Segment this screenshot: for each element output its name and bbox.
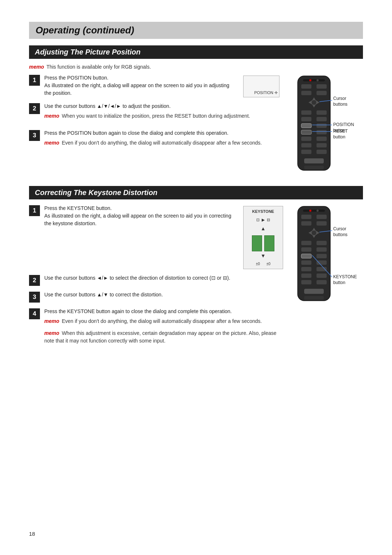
svg-rect-59 bbox=[304, 289, 324, 294]
svg-rect-38 bbox=[301, 221, 311, 226]
svg-rect-57 bbox=[301, 280, 311, 284]
svg-point-35 bbox=[317, 210, 319, 212]
svg-rect-1 bbox=[303, 79, 325, 81]
svg-rect-26 bbox=[317, 150, 327, 154]
svg-rect-45 bbox=[301, 241, 311, 245]
adjusting-section: Adjusting The Picture Position memo This… bbox=[29, 45, 363, 176]
svg-rect-55 bbox=[301, 274, 311, 278]
svg-rect-21 bbox=[301, 137, 311, 141]
step2-memo: memo When you want to initialize the pos… bbox=[44, 112, 283, 120]
ks-step4-num: 4 bbox=[29, 308, 40, 319]
svg-point-3 bbox=[317, 79, 319, 81]
step4-keystone: 4 Press the KEYSTONE button again to clo… bbox=[29, 308, 283, 349]
svg-point-44 bbox=[311, 230, 317, 235]
ks-step1-diagram: KEYSTONE ⊡ ▶ ⊟ ▲ bbox=[243, 204, 283, 269]
callout-keystone: KEYSTONEbutton bbox=[333, 274, 357, 285]
ks-step4-text: Press the KEYSTONE button again to close… bbox=[44, 308, 232, 314]
svg-rect-7 bbox=[317, 91, 327, 95]
step3-text: Press the POSITION button again to close… bbox=[44, 130, 228, 136]
remote-svg-2 bbox=[290, 204, 338, 306]
keystone-dialog: KEYSTONE ⊡ ▶ ⊟ ▲ bbox=[243, 206, 283, 269]
remote-wrapper-1: Cursorbuttons POSITIONbutton RESETbutton bbox=[290, 74, 338, 176]
memo-label-k1: memo bbox=[44, 318, 59, 324]
svg-rect-60 bbox=[304, 296, 324, 300]
svg-rect-33 bbox=[303, 210, 325, 212]
ks-step1-num: 1 bbox=[29, 205, 40, 216]
svg-rect-4 bbox=[301, 84, 311, 89]
svg-rect-28 bbox=[304, 166, 324, 169]
svg-rect-19 bbox=[301, 130, 311, 134]
section2-instructions: 1 Press the KEYSTONE button. As illustra… bbox=[29, 204, 283, 354]
step2-memo-text: When you want to initialize the position… bbox=[62, 113, 250, 119]
section-header: Operating (continued) bbox=[29, 22, 363, 39]
ks-step3-text: Use the cursor buttons ▲/▼ to correct th… bbox=[44, 292, 163, 297]
position-label-dialog: POSITION ✛ bbox=[254, 90, 278, 96]
svg-rect-23 bbox=[301, 143, 311, 147]
svg-point-12 bbox=[311, 100, 317, 105]
step1-num: 1 bbox=[29, 75, 40, 86]
ks-step4-memo2-text: When this adjustment is excessive, certa… bbox=[44, 330, 277, 344]
step2-position: 2 Use the cursor buttons ▲/▼/◄/► to adju… bbox=[29, 102, 283, 124]
svg-rect-46 bbox=[317, 241, 327, 245]
step2-keystone: 2 Use the cursor buttons ◄/► to select t… bbox=[29, 274, 283, 286]
svg-rect-18 bbox=[317, 123, 327, 128]
remote-svg-1 bbox=[290, 74, 338, 176]
section2-content: 1 Press the KEYSTONE button. As illustra… bbox=[29, 204, 363, 354]
svg-rect-25 bbox=[301, 150, 311, 154]
subsection2-header: Correcting The Keystone Distortion bbox=[29, 186, 363, 199]
ks-step2-content: Use the cursor buttons ◄/► to select the… bbox=[44, 274, 283, 282]
callout-cursor-1: Cursorbuttons bbox=[333, 96, 347, 107]
svg-rect-0 bbox=[298, 76, 330, 170]
ks-step3-content: Use the cursor buttons ▲/▼ to correct th… bbox=[44, 291, 283, 299]
step1-content: Press the POSITION button. As illustrate… bbox=[44, 74, 283, 97]
step3-keystone: 3 Use the cursor buttons ▲/▼ to correct … bbox=[29, 291, 283, 303]
step1-diagram: POSITION ✛ bbox=[243, 74, 283, 97]
svg-rect-17 bbox=[301, 123, 311, 128]
bar-right bbox=[264, 235, 274, 251]
step2-num: 2 bbox=[29, 103, 40, 114]
section1-remote: Cursorbuttons POSITIONbutton RESETbutton bbox=[283, 74, 363, 176]
ks-step2-num: 2 bbox=[29, 275, 40, 286]
memo-label-3: memo bbox=[44, 140, 59, 146]
callout-cursor-2: Cursorbuttons bbox=[333, 226, 347, 238]
memo-label-intro: memo bbox=[29, 64, 44, 70]
svg-point-2 bbox=[309, 79, 311, 81]
svg-rect-5 bbox=[317, 84, 327, 89]
subsection1-header: Adjusting The Picture Position bbox=[29, 45, 363, 59]
remote-wrapper-2: Cursorbuttons KEYSTONEbutton bbox=[290, 204, 338, 306]
svg-rect-6 bbox=[301, 91, 311, 95]
ks-step3-num: 3 bbox=[29, 292, 40, 303]
svg-rect-39 bbox=[317, 221, 327, 226]
section2-remote: Cursorbuttons KEYSTONEbutton bbox=[283, 204, 363, 354]
step2-text: Use the cursor buttons ▲/▼/◄/► to adjust… bbox=[44, 103, 171, 109]
keystone-bottom-row: ±0 ±0 bbox=[256, 261, 270, 267]
memo-label-k2: memo bbox=[44, 330, 59, 336]
svg-rect-52 bbox=[317, 260, 327, 265]
callout-reset-1: RESETbutton bbox=[333, 129, 348, 140]
svg-rect-15 bbox=[301, 117, 311, 121]
svg-rect-14 bbox=[317, 110, 327, 115]
step3-memo: memo Even if you don't do anything, the … bbox=[44, 139, 283, 147]
bar-left bbox=[252, 235, 262, 251]
memo-label-2: memo bbox=[44, 113, 59, 119]
ks-step4-content: Press the KEYSTONE button again to close… bbox=[44, 308, 283, 349]
ks-step1-row: Press the KEYSTONE button. As illustrate… bbox=[44, 204, 283, 269]
step1-keystone: 1 Press the KEYSTONE button. As illustra… bbox=[29, 204, 283, 269]
subsection2-title: Correcting The Keystone Distortion bbox=[35, 189, 357, 197]
svg-rect-13 bbox=[301, 110, 311, 115]
svg-rect-36 bbox=[301, 215, 311, 219]
step3-num: 3 bbox=[29, 130, 40, 141]
ks-step2-text: Use the cursor buttons ◄/► to select the… bbox=[44, 275, 230, 281]
step3-content: Press the POSITION button again to close… bbox=[44, 129, 283, 151]
position-dialog: POSITION ✛ bbox=[243, 76, 279, 97]
svg-rect-51 bbox=[301, 260, 311, 265]
keystone-bars bbox=[252, 233, 274, 251]
section1-memo-intro: memo This function is available only for… bbox=[29, 64, 363, 70]
svg-point-34 bbox=[309, 210, 311, 212]
svg-rect-37 bbox=[317, 215, 327, 219]
svg-rect-32 bbox=[298, 206, 330, 301]
keystone-top-row: ⊡ ▶ ⊟ bbox=[256, 217, 270, 223]
ks-step4-memo1: memo Even if you don't do anything, the … bbox=[44, 317, 283, 325]
page: Operating (continued) Adjusting The Pict… bbox=[0, 0, 392, 555]
ks-step1-text: Press the KEYSTONE button. As illustrate… bbox=[44, 204, 237, 227]
